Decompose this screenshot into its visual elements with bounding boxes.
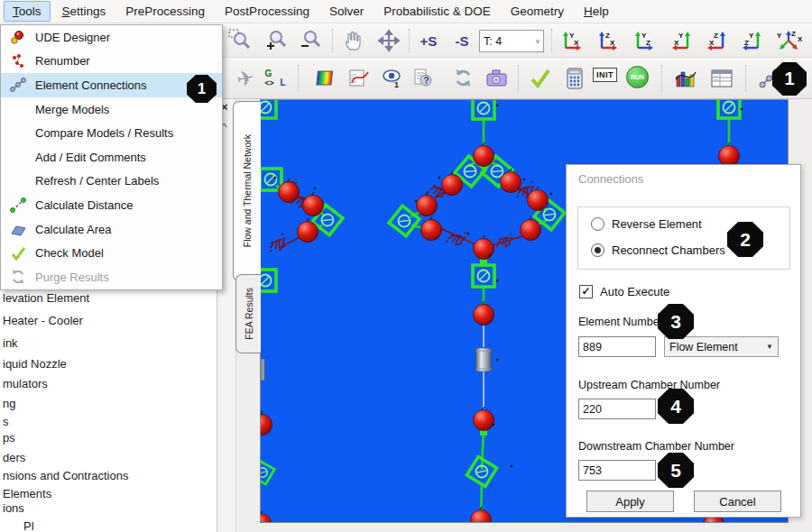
view-isometric-icon[interactable]: YZX — [774, 28, 805, 53]
svg-text:X: X — [798, 35, 803, 43]
purge-results-icon — [1, 268, 35, 286]
view-zx-icon[interactable]: ZX — [595, 28, 622, 53]
query-info-icon[interactable]: ? — [411, 65, 436, 92]
list-item[interactable]: nsions and Contractions — [3, 469, 128, 482]
auto-execute-checkbox-row[interactable]: ✓ Auto Execute — [579, 285, 669, 298]
menu-item-compare-models[interactable]: Compare Models / Results — [1, 121, 222, 145]
svg-text:X: X — [674, 39, 679, 47]
calculate-area-icon — [1, 220, 35, 238]
svg-text:Z: Z — [791, 30, 796, 38]
check-model-icon[interactable] — [527, 65, 554, 92]
data-table-icon[interactable] — [708, 65, 735, 92]
zoom-out-icon[interactable] — [298, 28, 323, 53]
callout-badge-1-toolbar: 1 — [772, 62, 807, 96]
init-button[interactable]: INIT — [593, 68, 617, 82]
svg-text:Y: Y — [777, 32, 782, 40]
svg-text:X: X — [574, 39, 579, 47]
refresh-icon[interactable] — [451, 66, 476, 91]
list-item[interactable]: iquid Nozzle — [3, 357, 67, 371]
ude-designer-icon — [1, 28, 35, 46]
list-item[interactable]: s — [3, 415, 9, 428]
element-type-value: Flow Element — [669, 341, 738, 353]
list-item[interactable]: ions — [3, 501, 24, 515]
menu-help[interactable]: Help — [576, 2, 617, 21]
zoom-in-icon[interactable] — [263, 28, 289, 53]
view-yz-icon[interactable]: YZ — [631, 28, 658, 53]
snapshot-camera-icon[interactable] — [484, 65, 511, 92]
dropdown-arrow-icon: ▼ — [766, 343, 773, 351]
zoom-window-icon[interactable] — [227, 28, 253, 53]
callout-badge-2: 2 — [727, 222, 763, 257]
radio-icon[interactable] — [591, 217, 604, 231]
chevron-down-icon: v — [531, 37, 540, 45]
menu-geometry[interactable]: Geometry — [503, 2, 572, 21]
list-item[interactable]: ng — [3, 397, 15, 410]
radio-selected-icon[interactable] — [591, 243, 604, 257]
menu-postprocessing[interactable]: PostProcessing — [217, 2, 318, 21]
list-item[interactable]: ink — [3, 336, 18, 350]
list-item[interactable]: levation Element — [3, 291, 89, 305]
menu-item-calculate-area[interactable]: Calculate Area — [1, 217, 222, 242]
svg-text:Z: Z — [646, 39, 651, 47]
svg-text:X: X — [709, 39, 715, 47]
upstream-chamber-label: Upstream Chamber Number — [578, 379, 720, 391]
menu-item-calculate-distance[interactable]: Calculate Distance — [1, 193, 222, 217]
tab-flow-thermal-network[interactable]: Flow and Thermal Network — [233, 101, 261, 281]
list-item[interactable]: mulators — [3, 377, 48, 390]
view-results-eye-icon[interactable]: 1 — [380, 66, 405, 91]
menu-solver[interactable]: Solver — [321, 2, 372, 21]
view-zy-icon[interactable]: YZ — [738, 28, 765, 53]
menu-tools[interactable]: Tools — [4, 1, 51, 22]
menu-probabilistic-doe[interactable]: Probabilistic & DOE — [375, 2, 499, 21]
label-size-combo[interactable]: T: 4 v — [479, 30, 544, 52]
list-item[interactable]: Elements — [3, 487, 51, 500]
view-xy-icon[interactable]: YX — [668, 28, 695, 53]
radio-reverse-element[interactable]: Reverse Element — [591, 217, 702, 231]
menu-item-check-model[interactable]: Check Model — [1, 241, 222, 265]
svg-text:Y: Y — [749, 32, 754, 40]
tab-fea-results[interactable]: FEA Results — [235, 274, 261, 353]
global-local-icon[interactable]: G<>L — [263, 66, 287, 91]
list-item[interactable]: ders — [3, 451, 25, 464]
histogram-icon[interactable] — [672, 65, 699, 92]
svg-text:Z: Z — [714, 32, 718, 40]
element-connections-icon — [1, 76, 35, 94]
cancel-button[interactable]: Cancel — [694, 491, 781, 512]
renumber-icon — [1, 52, 35, 70]
menu-item-renumber[interactable]: Renumber — [1, 50, 222, 74]
list-item[interactable]: Heater - Cooler — [3, 314, 83, 327]
menu-item-ude-designer[interactable]: UDE Designer — [1, 25, 222, 50]
calculate-distance-icon — [1, 196, 35, 214]
checkbox-checked-icon[interactable]: ✓ — [579, 285, 593, 298]
element-number-input[interactable] — [578, 336, 656, 357]
menu-tools-label: ools — [19, 5, 42, 18]
list-item[interactable]: Pl — [23, 519, 34, 532]
pipe-element[interactable] — [261, 348, 492, 381]
view-xz-icon[interactable]: ZX — [703, 28, 730, 53]
scale-up-button[interactable]: +S — [415, 30, 442, 51]
flight-icon[interactable]: ✈ — [228, 62, 263, 95]
label-size-value: T: 4 — [484, 35, 502, 48]
check-model-menu-icon — [1, 244, 35, 262]
pan-hand-icon[interactable] — [341, 27, 366, 54]
calculator-icon[interactable] — [562, 65, 587, 92]
move-icon[interactable] — [376, 27, 401, 54]
run-button[interactable]: RUN — [626, 66, 649, 88]
menu-item-merge-models[interactable]: Merge Models — [1, 97, 222, 122]
view-yx-icon[interactable]: YX — [558, 28, 586, 53]
scale-down-button[interactable]: -S — [449, 30, 475, 51]
colormap-icon[interactable] — [314, 66, 339, 91]
menu-item-refresh-center-labels[interactable]: Refresh / Center Labels — [1, 170, 222, 194]
menu-settings[interactable]: Settings — [54, 2, 115, 21]
upstream-chamber-input[interactable] — [578, 399, 656, 419]
menu-item-add-edit-comments[interactable]: Add / Edit Comments — [1, 145, 222, 170]
downstream-chamber-input[interactable] — [578, 460, 656, 481]
list-item[interactable]: ps — [3, 431, 15, 445]
radio-reconnect-chambers[interactable]: Reconnect Chambers — [591, 243, 725, 257]
menu-item-purge-results: Purge Results — [1, 265, 222, 289]
results-plot-icon[interactable] — [346, 66, 372, 91]
callout-badge-4: 4 — [658, 389, 694, 424]
menu-preprocessing[interactable]: PreProcessing — [117, 2, 213, 21]
element-type-dropdown[interactable]: Flow Element ▼ — [664, 336, 779, 357]
apply-button[interactable]: Apply — [586, 491, 674, 512]
